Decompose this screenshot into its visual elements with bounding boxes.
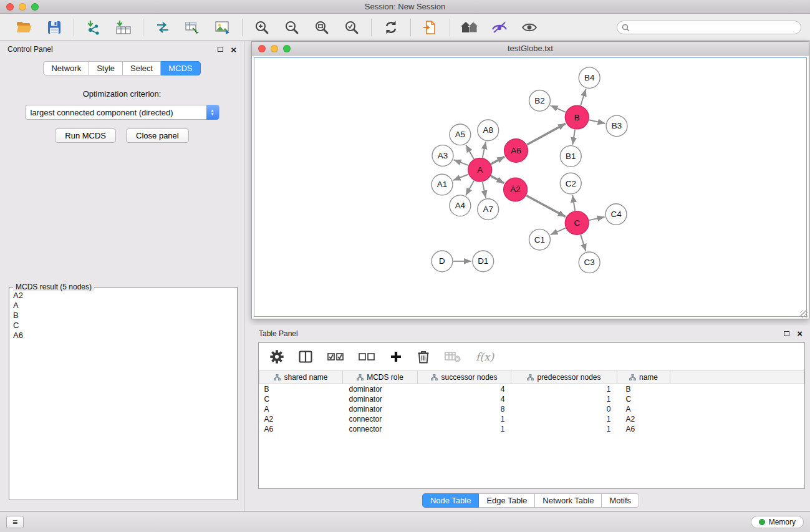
graph-node-A7[interactable]: A7	[478, 199, 499, 220]
tab-edge-table[interactable]: Edge Table	[479, 493, 535, 508]
graph-edge-C-C3[interactable]	[581, 235, 586, 251]
graph-node-C1[interactable]: C1	[529, 229, 551, 250]
delete-table-button[interactable]	[445, 351, 461, 363]
close-window-button[interactable]	[6, 3, 14, 11]
close-table-panel-icon[interactable]: ×	[797, 329, 803, 338]
network-minimize-button[interactable]	[271, 45, 278, 52]
graph-node-B[interactable]: B	[565, 105, 589, 129]
optimization-dropdown[interactable]: largest connected component (directed) ▲…	[25, 105, 219, 120]
graph-edge-A-A1[interactable]	[453, 175, 469, 181]
column-header-MCDS-role[interactable]: MCDS role	[343, 371, 418, 384]
graph-node-A2[interactable]: A2	[504, 178, 528, 201]
columns-button[interactable]	[299, 351, 312, 363]
eye-button[interactable]	[519, 17, 539, 37]
graph-edge-C-C4[interactable]	[589, 217, 605, 220]
zoom-window-button[interactable]	[31, 3, 39, 11]
tab-style[interactable]: Style	[89, 61, 123, 75]
graph-edge-A-A8[interactable]	[483, 142, 486, 158]
graph-edge-A-A3[interactable]	[454, 160, 469, 165]
run-mcds-button[interactable]: Run MCDS	[55, 128, 116, 143]
minimize-window-button[interactable]	[19, 3, 26, 11]
network-close-button[interactable]	[258, 45, 266, 52]
network-zoom-button[interactable]	[283, 45, 291, 52]
graph-edge-C-C2[interactable]	[572, 195, 575, 211]
home-button[interactable]	[460, 17, 480, 37]
export-image-button[interactable]	[213, 17, 233, 37]
graph-node-D1[interactable]: D1	[473, 251, 494, 272]
graph-node-C2[interactable]: C2	[560, 173, 581, 194]
graph-edge-A-A7[interactable]	[483, 182, 486, 198]
float-table-panel-icon[interactable]	[784, 331, 789, 336]
graph-edge-B-B3[interactable]	[589, 120, 605, 123]
zoom-out-button[interactable]	[282, 17, 302, 37]
zoom-selected-button[interactable]	[342, 17, 362, 37]
graph-node-C[interactable]: C	[565, 211, 589, 235]
column-header-successor-nodes[interactable]: successor nodes	[418, 371, 511, 384]
zoom-fit-button[interactable]	[312, 17, 332, 37]
network-canvas[interactable]: B4B2BB3A5A8A6B1A3AC2A1A2A4A7C4CC1C3DD1	[254, 57, 807, 317]
import-table-button[interactable]	[113, 17, 133, 37]
graph-edge-A2-C[interactable]	[526, 195, 566, 216]
import-network-button[interactable]	[84, 17, 104, 37]
graph-node-A3[interactable]: A3	[432, 145, 453, 167]
function-button[interactable]: f(x)	[476, 351, 494, 363]
resize-grip[interactable]	[800, 310, 808, 318]
open-session-button[interactable]	[14, 17, 34, 37]
tab-select[interactable]: Select	[123, 61, 161, 75]
close-panel-icon[interactable]: ×	[231, 45, 236, 54]
tab-node-table[interactable]: Node Table	[422, 493, 480, 508]
deselect-all-button[interactable]	[359, 351, 375, 362]
memory-button[interactable]: Memory	[751, 516, 804, 528]
select-all-button[interactable]	[327, 351, 344, 362]
graph-node-C4[interactable]: C4	[605, 204, 627, 225]
tab-network-table[interactable]: Network Table	[535, 493, 602, 508]
graph-node-D[interactable]: D	[432, 251, 453, 272]
graph-node-A8[interactable]: A8	[478, 120, 499, 141]
graph-edge-A-A6[interactable]	[491, 157, 504, 164]
graph-node-C3[interactable]: C3	[579, 252, 600, 273]
gear-button[interactable]	[270, 350, 284, 364]
save-session-button[interactable]	[44, 17, 64, 37]
graph-node-B1[interactable]: B1	[560, 146, 581, 167]
graph-edge-B-B1[interactable]	[572, 130, 575, 145]
refresh-button[interactable]	[381, 17, 401, 37]
graph-edge-A-A4[interactable]	[466, 181, 474, 196]
network-table-button[interactable]	[183, 17, 203, 37]
close-panel-button[interactable]: Close panel	[126, 128, 189, 143]
table-row[interactable]: Bdominator41B	[259, 384, 804, 394]
column-header-name[interactable]: name	[617, 371, 670, 384]
table-row[interactable]: A2connector11A2	[259, 414, 804, 424]
tab-motifs[interactable]: Motifs	[602, 493, 639, 508]
graph-edge-B-B2[interactable]	[551, 105, 566, 112]
graph-node-A5[interactable]: A5	[450, 124, 471, 145]
network-arrows-button[interactable]	[153, 17, 173, 37]
mcds-result-item[interactable]: B	[13, 311, 233, 321]
zoom-in-button[interactable]	[252, 17, 272, 37]
graph-node-A[interactable]: A	[468, 158, 492, 181]
graph-node-A4[interactable]: A4	[450, 195, 471, 216]
graph-node-A1[interactable]: A1	[432, 174, 453, 195]
table-row[interactable]: Cdominator41C	[259, 394, 804, 404]
mcds-result-item[interactable]: C	[13, 321, 233, 331]
graph-node-B3[interactable]: B3	[606, 115, 627, 137]
float-panel-icon[interactable]	[218, 47, 223, 52]
graph-node-B4[interactable]: B4	[579, 67, 600, 89]
graph-edge-A-A2[interactable]	[491, 176, 504, 183]
column-header-shared-name[interactable]: shared name	[259, 371, 343, 384]
tab-mcds[interactable]: MCDS	[161, 61, 200, 75]
graph-edge-B-B4[interactable]	[581, 89, 586, 106]
details-button[interactable]	[489, 17, 509, 37]
status-menu-button[interactable]: ≡	[6, 516, 24, 528]
graph-edge-C-C1[interactable]	[551, 228, 566, 235]
mcds-result-item[interactable]: A6	[13, 331, 233, 341]
graph-node-A6[interactable]: A6	[504, 139, 528, 163]
table-row[interactable]: Adominator80A	[259, 404, 804, 414]
graph-edge-A-A5[interactable]	[466, 145, 474, 159]
tab-network[interactable]: Network	[43, 61, 89, 75]
document-export-button[interactable]	[420, 17, 440, 37]
delete-row-button[interactable]	[417, 350, 430, 364]
add-row-button[interactable]	[390, 351, 402, 363]
table-row[interactable]: A6connector11A6	[259, 424, 804, 434]
mcds-result-item[interactable]: A2	[13, 291, 233, 301]
graph-node-B2[interactable]: B2	[529, 90, 551, 112]
